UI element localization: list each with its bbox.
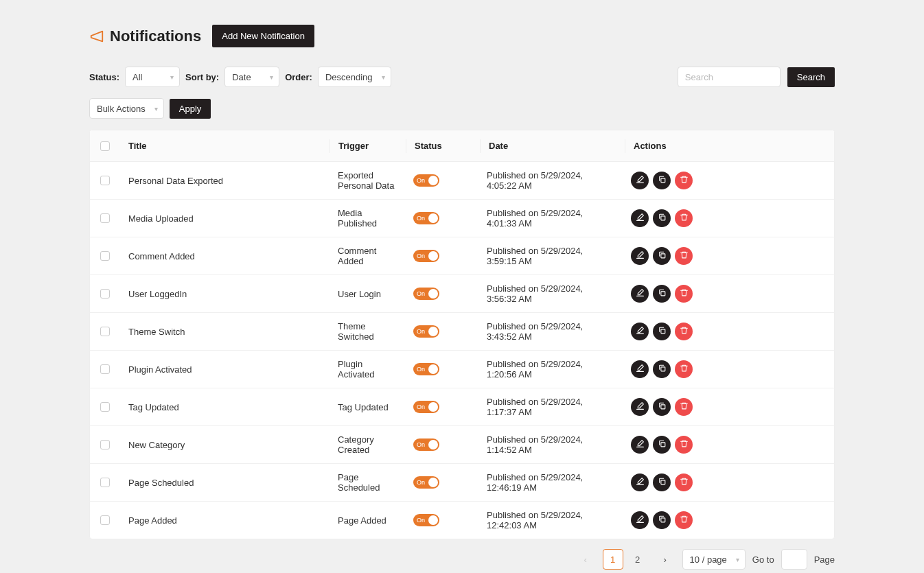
edit-button[interactable] [631, 323, 649, 340]
duplicate-button[interactable] [653, 172, 671, 189]
row-date: Published on 5/29/2024, 12:46:19 AM [487, 472, 614, 493]
row-checkbox[interactable] [100, 327, 110, 336]
row-checkbox[interactable] [100, 289, 110, 299]
apply-button[interactable]: Apply [170, 99, 211, 119]
duplicate-button[interactable] [653, 473, 671, 491]
row-checkbox[interactable] [100, 213, 110, 223]
pagination-prev[interactable]: ‹ [575, 549, 596, 570]
bulk-actions-value: Bulk Actions [97, 104, 146, 114]
toggle-label: On [417, 215, 425, 222]
pagination-page-1[interactable]: 1 [603, 549, 623, 570]
row-checkbox[interactable] [100, 402, 110, 412]
row-checkbox[interactable] [100, 364, 110, 374]
status-select-value: All [132, 72, 142, 82]
bulk-actions-select[interactable]: Bulk Actions ▾ [89, 98, 164, 119]
th-status: Status [406, 141, 480, 151]
delete-button[interactable] [675, 209, 693, 227]
table-row: User LoggedInUser LoginOnPublished on 5/… [90, 275, 834, 313]
toggle-label: On [417, 404, 425, 410]
pagination-page-2[interactable]: 2 [627, 549, 648, 570]
row-title: Plugin Activated [128, 364, 192, 375]
delete-button[interactable] [675, 511, 693, 529]
status-toggle[interactable]: On [413, 438, 439, 451]
trash-icon [680, 175, 689, 186]
delete-button[interactable] [675, 285, 693, 303]
toggle-knob [428, 176, 438, 185]
select-all-checkbox[interactable] [100, 141, 110, 151]
add-new-notification-button[interactable]: Add New Notification [212, 25, 314, 47]
row-date: Published on 5/29/2024, 1:20:56 AM [487, 359, 614, 379]
status-toggle[interactable]: On [413, 212, 439, 224]
row-date: Published on 5/29/2024, 4:01:33 AM [487, 208, 614, 229]
delete-button[interactable] [675, 172, 693, 189]
row-title: User LoggedIn [128, 289, 187, 299]
edit-button[interactable] [631, 360, 649, 378]
edit-icon [636, 515, 645, 526]
toggle-label: On [417, 517, 425, 524]
status-toggle[interactable]: On [413, 325, 439, 338]
pagination-next[interactable]: › [655, 549, 675, 570]
delete-button[interactable] [675, 473, 693, 491]
edit-button[interactable] [631, 247, 649, 265]
status-toggle[interactable]: On [413, 363, 439, 375]
row-checkbox[interactable] [100, 251, 110, 261]
duplicate-button[interactable] [653, 511, 671, 529]
search-input[interactable] [678, 67, 781, 87]
edit-button[interactable] [631, 511, 649, 529]
delete-button[interactable] [675, 398, 693, 416]
delete-button[interactable] [675, 247, 693, 265]
edit-button[interactable] [631, 285, 649, 303]
per-page-select[interactable]: 10 / page ▾ [682, 549, 746, 570]
svg-rect-7 [660, 443, 665, 447]
copy-icon [658, 515, 667, 526]
row-trigger: Tag Updated [338, 402, 389, 412]
delete-button[interactable] [675, 360, 693, 378]
trash-icon [680, 213, 689, 224]
th-actions: Actions [625, 141, 834, 151]
status-toggle[interactable]: On [413, 401, 439, 413]
svg-rect-9 [660, 518, 665, 522]
duplicate-button[interactable] [653, 323, 671, 340]
order-select[interactable]: Descending ▾ [318, 67, 391, 87]
delete-button[interactable] [675, 436, 693, 454]
edit-button[interactable] [631, 473, 649, 491]
pagination: ‹ 12 › 10 / page ▾ Go to Page [89, 549, 835, 570]
row-trigger: Page Added [338, 515, 386, 526]
row-checkbox[interactable] [100, 440, 110, 449]
row-checkbox[interactable] [100, 478, 110, 487]
status-toggle[interactable]: On [413, 514, 439, 526]
order-label: Order: [285, 72, 312, 82]
status-toggle[interactable]: On [413, 174, 439, 187]
row-trigger: Category Created [338, 434, 397, 455]
edit-button[interactable] [631, 398, 649, 416]
page-suffix-label: Page [814, 554, 835, 565]
toggle-knob [428, 327, 438, 336]
sort-select[interactable]: Date ▾ [224, 67, 279, 87]
edit-button[interactable] [631, 172, 649, 189]
edit-button[interactable] [631, 209, 649, 227]
status-toggle[interactable]: On [413, 250, 439, 262]
duplicate-button[interactable] [653, 360, 671, 378]
status-toggle[interactable]: On [413, 288, 439, 300]
goto-page-input[interactable] [781, 549, 807, 570]
search-button[interactable]: Search [787, 67, 835, 87]
edit-button[interactable] [631, 436, 649, 454]
table-row: New CategoryCategory CreatedOnPublished … [90, 426, 834, 464]
row-checkbox[interactable] [100, 515, 110, 525]
toggle-knob [428, 251, 438, 261]
table-row: Media UploadedMedia PublishedOnPublished… [90, 200, 834, 237]
duplicate-button[interactable] [653, 285, 671, 303]
status-toggle[interactable]: On [413, 476, 439, 489]
delete-button[interactable] [675, 323, 693, 340]
duplicate-button[interactable] [653, 436, 671, 454]
copy-icon [658, 288, 667, 299]
duplicate-button[interactable] [653, 247, 671, 265]
row-date: Published on 5/29/2024, 12:42:03 AM [487, 510, 614, 530]
duplicate-button[interactable] [653, 209, 671, 227]
chevron-left-icon: ‹ [584, 554, 586, 565]
row-checkbox[interactable] [100, 176, 110, 185]
duplicate-button[interactable] [653, 398, 671, 416]
row-trigger: Comment Added [338, 246, 397, 266]
status-select[interactable]: All ▾ [125, 67, 180, 87]
copy-icon [658, 326, 667, 337]
